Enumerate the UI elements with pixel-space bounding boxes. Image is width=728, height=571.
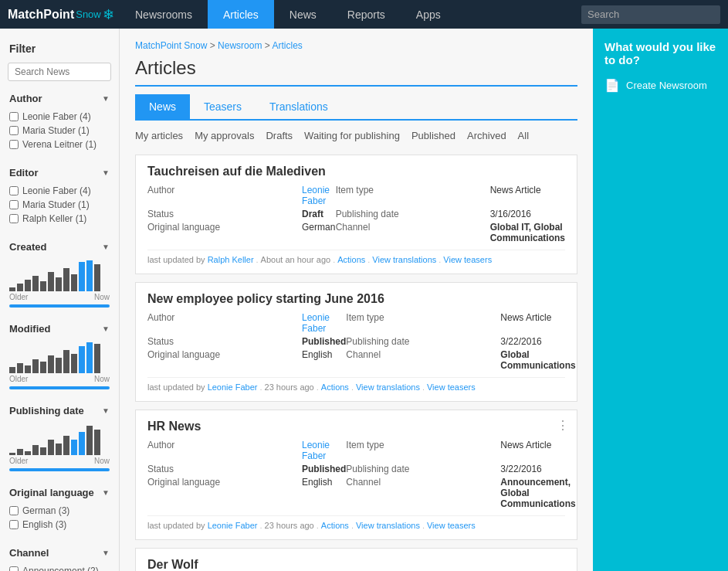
chevron-down-icon: ▼ — [102, 94, 110, 103]
tab-translations[interactable]: Translations — [256, 94, 342, 119]
tab-news[interactable]: News — [135, 94, 190, 119]
filter-modified-header[interactable]: Modified ▼ — [0, 319, 119, 338]
chart-bar — [32, 276, 39, 291]
modified-chart-slider[interactable] — [9, 386, 110, 389]
chart-bar — [40, 447, 46, 455]
chart-bar — [94, 430, 100, 455]
filter-editor-item[interactable]: Maria Studer (1) — [9, 198, 110, 212]
article-meta: Author Leonie Faber Item type News Artic… — [147, 440, 565, 509]
author-link[interactable]: Leonie Faber — [302, 312, 330, 334]
article-card-1: Tauchreisen auf die Malediven Author Leo… — [135, 155, 577, 274]
footer-view-translations-link[interactable]: View translations — [356, 521, 420, 530]
filter-author-label: Author — [9, 93, 42, 104]
footer-view-teasers-link[interactable]: View teasers — [427, 521, 476, 530]
filter-editor-item[interactable]: Ralph Keller (1) — [9, 212, 110, 226]
tab-teasers[interactable]: Teasers — [190, 94, 256, 119]
filter-channel-items: Announcement (2) Global Communications (… — [0, 563, 119, 571]
meta-pubdate-label: Publishing date — [346, 464, 500, 474]
filter-author-items: Leonie Faber (4) Maria Studer (1) Verena… — [0, 108, 119, 155]
chart-bar — [25, 280, 31, 291]
filter-author-header[interactable]: Author ▼ — [0, 89, 119, 108]
filter-language-header[interactable]: Original language ▼ — [0, 483, 119, 502]
footer-time: 23 hours ago — [265, 521, 314, 530]
filter-language-item[interactable]: English (3) — [9, 518, 110, 532]
nav-search-area — [581, 5, 720, 24]
filter-channel-item[interactable]: Announcement (2) — [9, 564, 110, 571]
breadcrumb-matchpoint[interactable]: MatchPoint Snow — [135, 40, 207, 51]
meta-itemtype-label: Item type — [346, 440, 500, 461]
footer-author-link[interactable]: Ralph Keller — [208, 255, 254, 264]
meta-author-label: Author — [147, 440, 302, 461]
footer-actions-link[interactable]: Actions — [321, 382, 349, 392]
meta-pubdate-label: Publishing date — [336, 209, 490, 219]
breadcrumb-articles[interactable]: Articles — [272, 40, 302, 51]
filter-editor-item[interactable]: Leonie Faber (4) — [9, 184, 110, 198]
publishing-chart: Older Now — [0, 420, 119, 475]
meta-origlang-label: Original language — [147, 477, 302, 509]
chevron-down-icon: ▼ — [102, 168, 110, 177]
filter-author-item[interactable]: Maria Studer (1) — [9, 124, 110, 138]
chart-bar — [32, 445, 39, 455]
filter-created-header[interactable]: Created ▼ — [0, 237, 119, 257]
filter-language-item[interactable]: German (3) — [9, 504, 110, 518]
sub-filter-waiting[interactable]: Waiting for publishing — [304, 128, 400, 143]
sub-filter-drafts[interactable]: Drafts — [266, 128, 293, 143]
article-title: Tauchreisen auf die Malediven — [147, 165, 565, 178]
chart-bar — [25, 365, 31, 373]
sidebar-search-input[interactable] — [8, 63, 111, 81]
chart-bar — [9, 367, 15, 373]
filter-editor-header[interactable]: Editor ▼ — [0, 163, 119, 182]
author-link[interactable]: Leonie Faber — [302, 185, 330, 206]
sub-filter-my-articles[interactable]: My articles — [135, 128, 183, 143]
chart-bar — [40, 362, 46, 373]
footer-author-link[interactable]: Leonie Faber — [208, 521, 258, 530]
sub-filter-my-approvals[interactable]: My approvals — [195, 128, 254, 143]
chevron-down-icon: ▼ — [102, 406, 110, 415]
footer-text: last updated by — [147, 521, 205, 530]
article-meta: Author Leonie Faber Item type News Artic… — [147, 312, 565, 371]
search-input[interactable] — [581, 5, 720, 24]
footer-view-teasers-link[interactable]: View teasers — [427, 382, 476, 392]
footer-author-link[interactable]: Leonie Faber — [208, 382, 258, 392]
meta-channel-label: Channel — [346, 477, 500, 509]
created-chart-slider[interactable] — [9, 304, 110, 308]
meta-status-label: Status — [147, 464, 302, 474]
meta-status-value: Draft — [302, 209, 336, 219]
chart-bar — [17, 363, 23, 373]
meta-author-label: Author — [147, 185, 302, 206]
meta-pubdate-value: 3/16/2016 — [490, 209, 565, 219]
sub-filter-published[interactable]: Published — [411, 128, 455, 143]
author-link[interactable]: Leonie Faber — [302, 440, 330, 461]
chart-bar — [71, 354, 77, 373]
nav-articles[interactable]: Articles — [208, 0, 274, 29]
nav-reports[interactable]: Reports — [332, 0, 401, 29]
meta-itemtype-value: News Article — [500, 312, 575, 334]
meta-itemtype-value: News Article — [500, 440, 575, 461]
footer-view-teasers-link[interactable]: View teasers — [443, 255, 492, 264]
card-more-actions[interactable]: ⋮ — [557, 418, 569, 433]
create-newsroom-action[interactable]: 📄 Create Newsroom — [604, 78, 716, 93]
publishing-chart-slider[interactable] — [9, 468, 110, 471]
filter-language-label: Original language — [9, 487, 94, 498]
footer-actions-link[interactable]: Actions — [321, 521, 349, 530]
footer-actions-link[interactable]: Actions — [337, 255, 365, 264]
nav-apps[interactable]: Apps — [401, 0, 456, 29]
filter-author-item[interactable]: Verena Leitner (1) — [9, 138, 110, 151]
sub-filter-archived[interactable]: Archived — [467, 128, 506, 143]
chart-bar — [40, 281, 46, 291]
chart-bar — [71, 274, 77, 291]
footer-view-translations-link[interactable]: View translations — [356, 382, 420, 392]
meta-status-label: Status — [147, 336, 302, 347]
filter-publishing-header[interactable]: Publishing date ▼ — [0, 401, 119, 420]
sub-filter-all[interactable]: All — [518, 128, 529, 143]
meta-channel-label: Channel — [336, 222, 490, 243]
publishing-chart-bars — [9, 424, 110, 455]
nav-news[interactable]: News — [274, 0, 332, 29]
nav-newsrooms[interactable]: Newsrooms — [120, 0, 208, 29]
filter-channel-header[interactable]: Channel ▼ — [0, 543, 119, 563]
footer-view-translations-link[interactable]: View translations — [372, 255, 436, 264]
filter-author-item[interactable]: Leonie Faber (4) — [9, 110, 110, 124]
breadcrumb-newsroom[interactable]: Newsroom — [218, 40, 262, 51]
nav-items: Newsrooms Articles News Reports Apps — [120, 0, 456, 29]
filter-publishing-label: Publishing date — [9, 405, 84, 416]
